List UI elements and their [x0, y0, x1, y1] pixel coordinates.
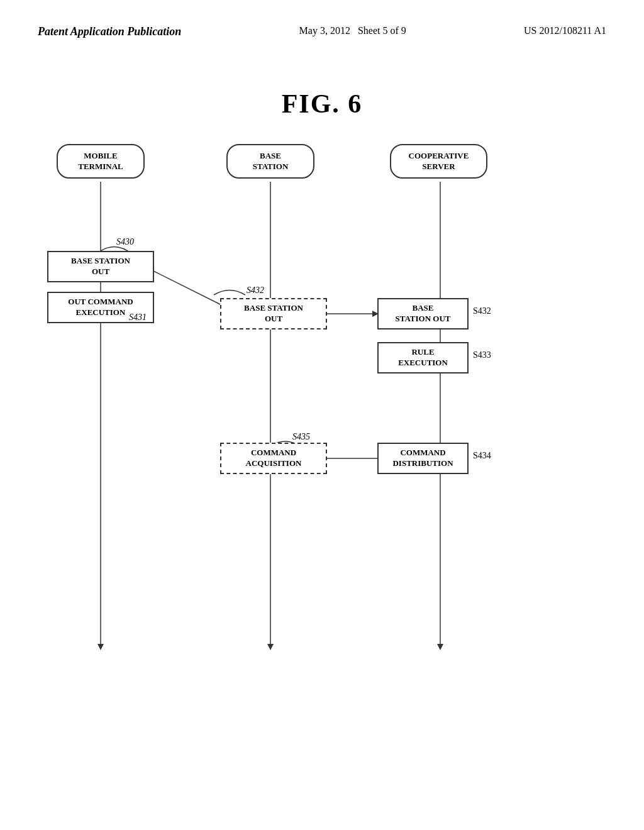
diagram-lines [0, 131, 644, 697]
label-s430: S430 [116, 237, 134, 247]
box-command-distribution: COMMANDDISTRIBUTION [377, 443, 469, 474]
entity-base-station: BASESTATION [226, 144, 314, 179]
svg-marker-5 [437, 644, 443, 650]
box-command-acquisition: COMMANDACQUISITION [220, 443, 327, 474]
label-s431: S431 [129, 313, 147, 323]
figure-title: FIG. 6 [0, 89, 644, 119]
label-s433: S432 [473, 306, 491, 316]
label-s432: S432 [247, 285, 264, 296]
box-base-station-out-3: BASESTATION OUT [377, 298, 469, 329]
sheet-info: May 3, 2012 Sheet 5 of 9 [299, 25, 406, 36]
entity-cooperative-server: COOPERATIVESERVER [390, 144, 487, 179]
svg-marker-1 [97, 644, 104, 650]
label-s434: S433 [473, 350, 491, 360]
label-s435: S434 [473, 451, 491, 461]
entity-mobile-terminal: MOBILETERMINAL [57, 144, 145, 179]
label-s436: S435 [292, 432, 310, 442]
box-base-station-out-2: BASE STATIONOUT [220, 298, 327, 329]
svg-line-6 [145, 267, 226, 307]
box-rule-execution: RULEEXECUTION [377, 342, 469, 374]
page-header: Patent Application Publication May 3, 20… [0, 0, 644, 38]
box-base-station-out-1: BASE STATIONOUT [47, 251, 154, 282]
pub-date: May 3, 2012 [299, 25, 350, 36]
publication-label: Patent Application Publication [38, 25, 181, 38]
svg-marker-3 [267, 644, 274, 650]
patent-number: US 2012/108211 A1 [524, 25, 606, 36]
sheet-number: Sheet 5 of 9 [358, 25, 406, 36]
diagram: MOBILETERMINAL BASESTATION COOPERATIVESE… [0, 131, 644, 697]
